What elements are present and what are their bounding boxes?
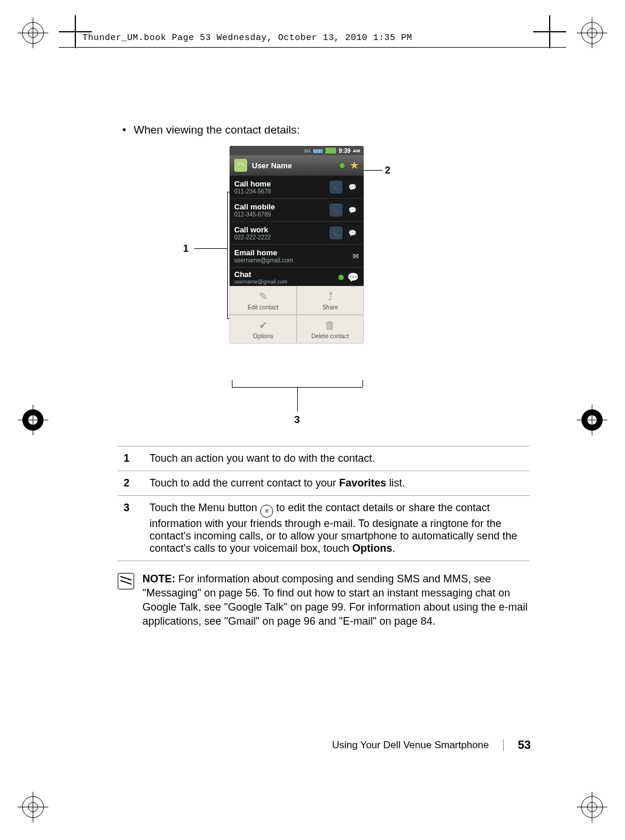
action-title: Call home (234, 179, 326, 188)
status-time: 9:39 (339, 148, 351, 154)
avatar-icon: ◠ (234, 159, 247, 172)
text-fragment: list. (386, 477, 405, 489)
menu-button-icon: ≡ (260, 505, 273, 518)
note-icon (118, 573, 134, 589)
email-icon[interactable]: ✉ (353, 252, 359, 261)
table-row: 3 Touch the Menu button ≡ to edit the co… (118, 496, 530, 561)
signal-3g-indicator: 3G (304, 148, 311, 154)
contact-action-chat[interactable]: Chat username@gmail.com 💬 (230, 267, 364, 286)
favorite-star-icon[interactable]: ★ (350, 161, 359, 169)
bold-text: Options (353, 542, 393, 554)
register-cross-icon (59, 15, 92, 48)
callout-number: 3 (118, 496, 144, 561)
status-bar: 3G ▮▮▮▮ 9:39AM (230, 146, 364, 155)
footer-section: Using Your Dell Venue Smartphone (332, 739, 489, 751)
action-subtitle: 012-345-6789 (234, 211, 326, 218)
contact-action-call-work[interactable]: Call work 022-222-2222 📞 💬 (230, 221, 364, 244)
menu-label: Edit contact (248, 304, 278, 311)
callout-line (363, 380, 363, 387)
phone-icon[interactable]: 📞 (330, 181, 343, 194)
action-subtitle: 022-222-2222 (234, 234, 326, 241)
contact-name: User Name (252, 161, 335, 170)
menu-edit-contact[interactable]: ✎ Edit contact (230, 286, 297, 315)
action-subtitle: username@gmail.com (234, 257, 353, 264)
note-label: NOTE: (142, 573, 175, 585)
phone-icon[interactable]: 📞 (330, 204, 343, 216)
chat-bubble-icon[interactable]: 💬 (347, 272, 359, 283)
callout-1-label: 1 (183, 243, 188, 255)
menu-share[interactable]: ⤴ Share (297, 286, 364, 315)
contact-action-call-home[interactable]: Call home 011-234-5678 📞 💬 (230, 175, 364, 198)
action-subtitle: username@gmail.com (234, 279, 338, 285)
menu-label: Options (253, 333, 273, 339)
action-title: Email home (234, 248, 353, 257)
figure-area: 1 2 3 3G ▮▮▮▮ 9:39AM ◠ User Name ★ (118, 146, 530, 428)
crop-mark-icon (577, 18, 607, 48)
sms-icon[interactable]: 💬 (346, 204, 359, 216)
callout-line (232, 387, 363, 388)
crop-mark-icon (577, 405, 607, 435)
bullet-item: • When viewing the contact details: (118, 124, 530, 136)
callout-text: Touch to add the current contact to your… (144, 471, 530, 496)
callout-text: Touch an action you want to do with the … (144, 446, 530, 471)
callout-line (227, 192, 228, 318)
text-fragment: Touch the Menu button (149, 502, 260, 514)
presence-dot-icon (338, 275, 344, 280)
sms-icon[interactable]: 💬 (346, 181, 359, 194)
trash-icon: 🗑 (325, 319, 335, 332)
bold-text: Favorites (339, 477, 386, 489)
callout-line (297, 387, 298, 412)
bullet-text: When viewing the contact details: (134, 124, 300, 136)
footer-separator (503, 739, 504, 751)
text-fragment: . (393, 542, 395, 554)
callout-3-label: 3 (294, 414, 300, 426)
crop-mark-icon (18, 792, 48, 822)
crop-mark-icon (18, 18, 48, 48)
callout-table: 1 Touch an action you want to do with th… (118, 446, 530, 561)
action-title: Call mobile (234, 202, 326, 211)
signal-bars-icon: ▮▮▮▮ (313, 148, 323, 154)
page-number: 53 (518, 738, 531, 752)
phone-icon[interactable]: 📞 (330, 226, 343, 239)
phone-screenshot: 3G ▮▮▮▮ 9:39AM ◠ User Name ★ Call home 0… (230, 146, 364, 344)
status-ampm: AM (353, 148, 360, 154)
contact-header: ◠ User Name ★ (230, 155, 364, 175)
check-icon: ✔ (259, 319, 268, 332)
action-subtitle: 011-234-5678 (234, 188, 326, 195)
menu-options[interactable]: ✔ Options (230, 315, 297, 344)
note-body: For information about composing and send… (142, 573, 528, 628)
bullet-icon: • (118, 124, 131, 136)
sms-icon[interactable]: 💬 (346, 226, 359, 239)
action-title: Chat (234, 270, 338, 279)
table-row: 2 Touch to add the current contact to yo… (118, 471, 530, 496)
callout-number: 1 (118, 446, 144, 471)
callout-line (194, 248, 227, 249)
callout-2-label: 2 (385, 165, 390, 176)
note-text: NOTE: For information about composing an… (142, 572, 530, 629)
page-footer: Using Your Dell Venue Smartphone 53 (332, 738, 531, 752)
note-block: NOTE: For information about composing an… (118, 572, 530, 629)
contact-action-email-home[interactable]: Email home username@gmail.com ✉ (230, 244, 364, 267)
contact-action-call-mobile[interactable]: Call mobile 012-345-6789 📞 💬 (230, 198, 364, 221)
header-rule (59, 47, 566, 48)
callout-number: 2 (118, 471, 144, 496)
battery-icon (325, 147, 337, 154)
text-fragment: Touch to add the current contact to your (149, 477, 339, 489)
presence-dot-icon (340, 163, 345, 168)
crop-mark-icon (577, 792, 607, 822)
pencil-icon: ✎ (259, 290, 268, 303)
menu-delete-contact[interactable]: 🗑 Delete contact (297, 315, 364, 344)
crop-mark-icon (18, 405, 48, 435)
options-menu: ✎ Edit contact ⤴ Share ✔ Options 🗑 Delet… (230, 286, 364, 344)
register-cross-icon (533, 15, 566, 48)
action-title: Call work (234, 225, 326, 234)
menu-label: Delete contact (311, 333, 349, 339)
table-row: 1 Touch an action you want to do with th… (118, 446, 530, 471)
menu-label: Share (323, 304, 338, 311)
callout-line (232, 380, 232, 387)
share-icon: ⤴ (328, 291, 333, 303)
callout-text: Touch the Menu button ≡ to edit the cont… (144, 496, 530, 561)
source-file-line: Thunder_UM.book Page 53 Wednesday, Octob… (82, 33, 413, 43)
